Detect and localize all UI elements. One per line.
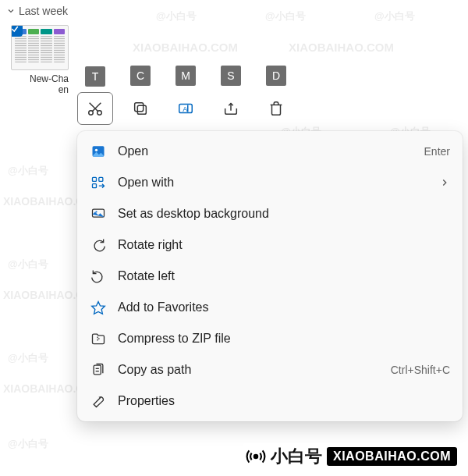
menu-item-copy-as-path[interactable]: Copy as path Ctrl+Shift+C A xyxy=(80,354,459,385)
menu-item-properties[interactable]: Properties xyxy=(80,385,459,417)
group-label: Last week xyxy=(19,5,68,17)
branding-text-cn: 小白号 xyxy=(271,445,322,468)
copy-button[interactable]: C xyxy=(122,92,158,125)
scissors-icon xyxy=(87,100,104,117)
svg-point-16 xyxy=(95,211,97,212)
menu-item-open-with[interactable]: Open with H xyxy=(80,167,459,198)
quick-action-toolbar: T C M A S D xyxy=(77,92,294,125)
menu-item-open[interactable]: Open Enter O xyxy=(80,136,459,167)
access-key-badge: M xyxy=(176,66,196,86)
access-key-badge: S xyxy=(221,66,241,86)
trash-icon xyxy=(268,100,285,117)
menu-shortcut: Ctrl+Shift+C xyxy=(391,364,450,376)
copy-path-icon xyxy=(90,361,107,378)
svg-rect-13 xyxy=(93,184,97,188)
share-button[interactable]: S xyxy=(213,92,249,125)
menu-label: Copy as path xyxy=(118,363,380,377)
file-item[interactable]: New-Cha en xyxy=(11,25,73,96)
svg-rect-14 xyxy=(99,177,103,181)
menu-label: Open with xyxy=(118,176,428,190)
context-menu: Open Enter O Open with H Set as desktop … xyxy=(77,131,463,421)
chevron-down-icon xyxy=(6,6,16,16)
menu-label: Compress to ZIP file xyxy=(118,332,450,346)
svg-point-1 xyxy=(98,111,102,115)
broadcast-icon xyxy=(246,446,266,467)
menu-label: Open xyxy=(118,144,413,158)
svg-rect-21 xyxy=(94,365,101,375)
star-icon xyxy=(90,299,107,316)
zip-icon xyxy=(90,330,107,347)
svg-point-11 xyxy=(95,149,98,151)
group-header-last-week[interactable]: Last week xyxy=(0,0,468,22)
file-name: New-Cha en xyxy=(11,73,73,96)
menu-label: Set as desktop background xyxy=(118,207,450,221)
svg-rect-4 xyxy=(137,105,146,114)
menu-label: Rotate left xyxy=(118,269,450,283)
rotate-left-icon xyxy=(90,268,107,285)
menu-item-add-to-favorites[interactable]: Add to Favorites F xyxy=(80,292,459,323)
watermark-branding: 小白号 XIAOBAIHAO.COM xyxy=(243,443,460,470)
access-key-badge: D xyxy=(266,66,286,86)
svg-rect-5 xyxy=(135,103,144,112)
open-with-icon xyxy=(90,174,107,191)
copy-icon xyxy=(132,100,149,117)
file-thumbnail xyxy=(11,25,69,70)
rotate-right-icon xyxy=(90,236,107,254)
desktop-background-icon xyxy=(90,205,107,222)
selection-checkmark-icon[interactable] xyxy=(11,25,23,37)
menu-shortcut: Enter xyxy=(424,145,450,158)
image-icon xyxy=(90,143,107,160)
svg-marker-17 xyxy=(92,302,105,314)
access-key-badge: T xyxy=(85,66,105,87)
access-key-badge: C xyxy=(130,66,151,86)
svg-point-24 xyxy=(254,455,257,458)
menu-item-rotate-left[interactable]: Rotate left L xyxy=(80,261,459,292)
menu-label: Properties xyxy=(118,394,450,408)
chevron-right-icon xyxy=(439,177,450,188)
svg-point-0 xyxy=(89,111,94,115)
wrench-icon xyxy=(90,393,107,410)
menu-item-compress-zip[interactable]: Compress to ZIP file Z xyxy=(80,323,459,354)
rename-button[interactable]: M A xyxy=(168,92,204,125)
cut-button[interactable]: T xyxy=(77,92,113,125)
menu-item-set-background[interactable]: Set as desktop background B xyxy=(80,198,459,229)
menu-label: Add to Favorites xyxy=(118,300,450,314)
menu-item-rotate-right[interactable]: Rotate right xyxy=(80,229,459,261)
delete-button[interactable]: D xyxy=(258,92,294,125)
share-icon xyxy=(222,100,239,117)
menu-label: Rotate right xyxy=(118,238,450,252)
svg-rect-12 xyxy=(93,177,97,181)
rename-icon: A xyxy=(177,100,194,117)
branding-text-domain: XIAOBAIHAO.COM xyxy=(327,447,457,466)
